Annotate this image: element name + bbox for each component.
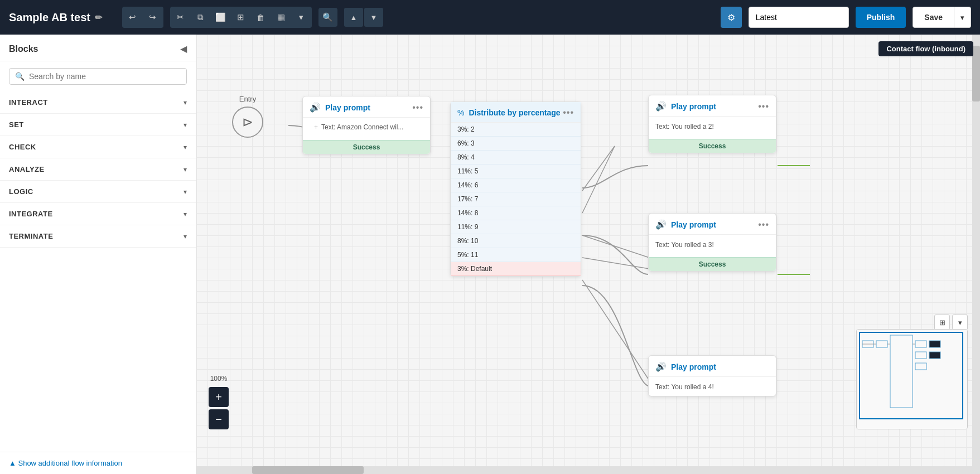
- chevron-down-icon-terminate: ▾: [184, 233, 187, 240]
- canvas-area[interactable]: Contact flow (inbound): [196, 35, 980, 474]
- copy-button[interactable]: ⧉: [191, 8, 210, 27]
- nav-up-button[interactable]: ▲: [344, 8, 363, 27]
- node-menu-3[interactable]: •••: [758, 220, 769, 230]
- connector-plus-icon-1: +: [314, 123, 318, 131]
- speaker-icon-1: 🔊: [310, 102, 321, 113]
- sidebar-label-interact: INTERACT: [9, 98, 48, 107]
- node-title-2: Play prompt: [671, 102, 716, 111]
- minimap-resize-button[interactable]: ⊞: [934, 315, 950, 330]
- toolbar-edit: ✂ ⧉ ⬜ ⊞ 🗑 ▦ ▾: [170, 7, 312, 28]
- dist-row-3: 11%: 5: [451, 165, 581, 178]
- nav-arrows: ▲ ▼: [344, 8, 383, 27]
- cut-button[interactable]: ✂: [171, 8, 190, 27]
- node-distribute-1[interactable]: % Distribute by percentage ••• 3%: 2 6%:…: [450, 101, 581, 277]
- sidebar-item-integrate[interactable]: INTEGRATE ▾: [0, 203, 196, 225]
- node-play-prompt-1-header: 🔊 Play prompt •••: [303, 96, 430, 118]
- sidebar-footer[interactable]: ▲ Show additional flow information: [0, 452, 196, 474]
- search-button[interactable]: 🔍: [318, 8, 337, 27]
- sidebar-label-terminate: TERMINATE: [9, 232, 53, 240]
- chevron-down-icon-logic: ▾: [184, 188, 187, 196]
- sidebar-item-logic[interactable]: LOGIC ▾: [0, 181, 196, 203]
- sidebar-label-check: CHECK: [9, 143, 36, 151]
- zoom-in-button[interactable]: +: [209, 387, 229, 407]
- sidebar-footer-text: ▲ Show additional flow information: [9, 459, 122, 467]
- dist-row-0: 3%: 2: [451, 123, 581, 137]
- table-button[interactable]: ▦: [272, 8, 291, 27]
- node-title-1: Play prompt: [325, 103, 370, 112]
- node-success-3: Success: [649, 257, 776, 271]
- chevron-down-icon-analyze: ▾: [184, 166, 187, 173]
- dist-row-2: 8%: 4: [451, 151, 581, 165]
- sidebar-item-check[interactable]: CHECK ▾: [0, 136, 196, 158]
- svg-rect-17: [860, 332, 963, 419]
- node-text-2: Text: You rolled a 2!: [655, 123, 714, 130]
- svg-line-2: [582, 146, 615, 213]
- save-dropdown-button[interactable]: ▾: [954, 7, 971, 28]
- sidebar-label-analyze: ANALYZE: [9, 165, 45, 173]
- svg-line-3: [582, 235, 649, 258]
- node-title-3: Play prompt: [671, 220, 716, 229]
- node-play-prompt-2-header: 🔊 Play prompt •••: [649, 95, 776, 117]
- node-play-prompt-4[interactable]: 🔊 Play prompt Text: You rolled a 4!: [648, 355, 776, 396]
- svg-rect-13: [929, 352, 940, 359]
- svg-rect-9: [915, 341, 926, 347]
- speaker-icon-4: 🔊: [655, 361, 667, 372]
- node-dist-menu[interactable]: •••: [563, 108, 574, 118]
- node-menu-1[interactable]: •••: [412, 103, 423, 113]
- minimap-inner: [857, 330, 967, 429]
- sidebar-collapse-button[interactable]: ◀: [180, 43, 187, 54]
- svg-rect-10: [915, 352, 926, 359]
- redo-button[interactable]: ↪: [143, 8, 162, 27]
- search-input[interactable]: [29, 72, 181, 81]
- node-play-prompt-1[interactable]: 🔊 Play prompt ••• + Text: Amazon Connect…: [302, 96, 431, 154]
- connector-row-1: + Text: Amazon Connect wil...: [310, 122, 423, 132]
- sidebar-title: Blocks: [9, 44, 38, 54]
- horizontal-scrollbar[interactable]: [196, 466, 980, 474]
- svg-line-5: [582, 280, 649, 380]
- sidebar: Blocks ◀ 🔍 INTERACT ▾ SET ▾ CHECK ▾ ANAL…: [0, 35, 196, 474]
- dist-row-9: 5%: 11: [451, 248, 581, 262]
- node-text-1: Text: Amazon Connect wil...: [321, 123, 403, 131]
- undo-button[interactable]: ↩: [123, 8, 142, 27]
- grid-button[interactable]: ⊞: [231, 8, 250, 27]
- node-play-prompt-3[interactable]: 🔊 Play prompt ••• Text: You rolled a 3! …: [648, 213, 776, 272]
- publish-button[interactable]: Publish: [856, 7, 906, 28]
- search-box: 🔍: [9, 68, 187, 85]
- menu-dropdown-button[interactable]: ▾: [292, 8, 311, 27]
- nav-down-button[interactable]: ▼: [364, 8, 383, 27]
- minimap-svg: [857, 330, 967, 429]
- version-select[interactable]: Latest Version 1 Version 2: [749, 7, 849, 28]
- node-menu-2[interactable]: •••: [758, 101, 769, 112]
- minimap-controls: ⊞ ▾: [934, 315, 968, 330]
- node-body-1: + Text: Amazon Connect wil...: [303, 118, 430, 137]
- sidebar-item-analyze[interactable]: ANALYZE ▾: [0, 158, 196, 181]
- sidebar-item-terminate[interactable]: TERMINATE ▾: [0, 225, 196, 248]
- search-icon: 🔍: [15, 72, 25, 81]
- node-play-prompt-2[interactable]: 🔊 Play prompt ••• Text: You rolled a 2! …: [648, 95, 776, 153]
- zoom-label: 100%: [209, 375, 229, 383]
- node-title-4: Play prompt: [671, 362, 716, 371]
- vertical-scrollbar[interactable]: [972, 35, 980, 466]
- chevron-down-icon-set: ▾: [184, 121, 187, 129]
- entry-label: Entry: [239, 95, 256, 103]
- app-title: Sample AB test ✏: [9, 11, 102, 24]
- dist-row-8: 8%: 10: [451, 234, 581, 248]
- zoom-out-button[interactable]: −: [209, 409, 229, 429]
- flow-type-badge: Contact flow (inbound): [878, 41, 973, 56]
- minimap-toggle-button[interactable]: ▾: [952, 315, 968, 330]
- svg-rect-8: [890, 335, 913, 408]
- sidebar-header: Blocks ◀: [0, 35, 196, 61]
- chevron-down-icon-check: ▾: [184, 143, 187, 151]
- wrap-button[interactable]: ⬜: [211, 8, 230, 27]
- edit-icon[interactable]: ✏: [95, 12, 102, 23]
- node-success-1: Success: [303, 140, 430, 154]
- percent-icon: %: [457, 108, 464, 117]
- node-success-2: Success: [649, 139, 776, 153]
- dist-row-4: 14%: 6: [451, 178, 581, 192]
- sidebar-item-set[interactable]: SET ▾: [0, 114, 196, 136]
- sidebar-item-interact[interactable]: INTERACT ▾: [0, 91, 196, 114]
- save-button[interactable]: Save: [913, 7, 954, 28]
- delete-button[interactable]: 🗑: [252, 8, 271, 27]
- settings-button[interactable]: ⚙: [721, 7, 742, 28]
- top-bar: Sample AB test ✏ ↩ ↪ ✂ ⧉ ⬜ ⊞ 🗑 ▦ ▾ 🔍 ▲ ▼…: [0, 0, 980, 35]
